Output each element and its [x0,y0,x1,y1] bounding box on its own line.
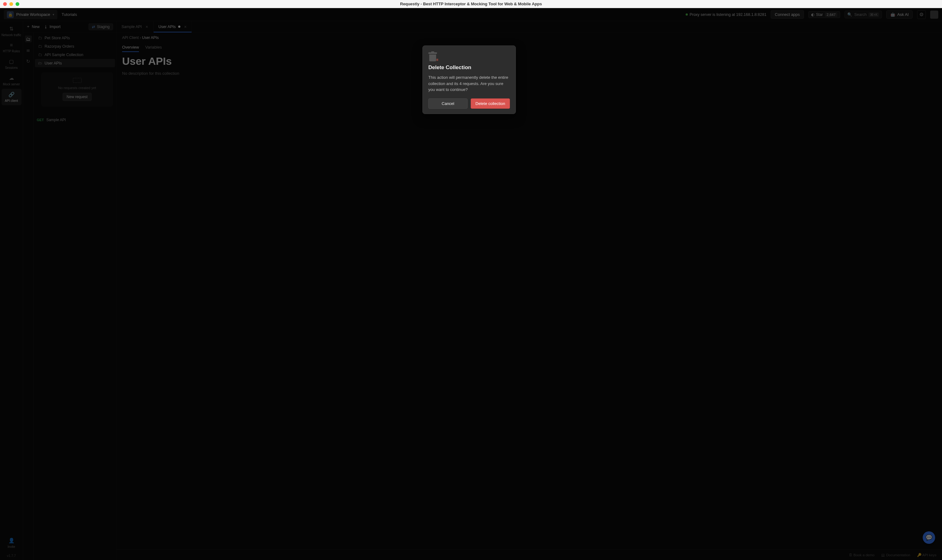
modal-body: This action will permanently delete the … [428,74,510,93]
macos-titlebar: Requestly - Best HTTP Interceptor & Mock… [0,0,942,8]
window-title: Requestly - Best HTTP Interceptor & Mock… [400,2,542,6]
close-window-button[interactable] [3,2,7,6]
cancel-button[interactable]: Cancel [428,98,468,109]
maximize-window-button[interactable] [15,2,19,6]
trash-icon: ≡ [428,51,438,62]
modal-title: Delete Collection [428,65,510,71]
delete-collection-button[interactable]: Delete collection [471,98,510,109]
traffic-lights [3,2,19,6]
modal-actions: Cancel Delete collection [428,98,510,109]
minimize-window-button[interactable] [9,2,13,6]
delete-collection-modal: ≡ Delete Collection This action will per… [422,46,516,114]
